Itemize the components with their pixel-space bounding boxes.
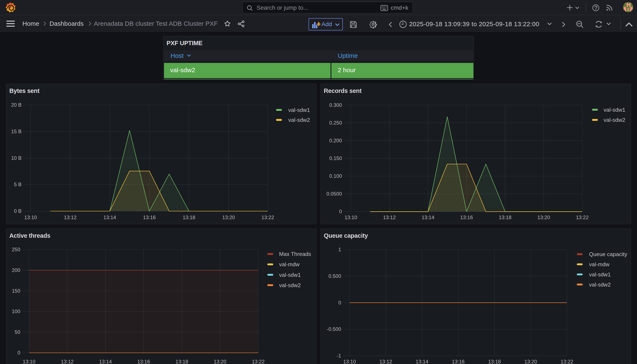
svg-text:13:16: 13:16 <box>460 214 473 220</box>
svg-text:13:14: 13:14 <box>99 358 112 364</box>
svg-text:0.300: 0.300 <box>329 102 342 108</box>
svg-text:13:12: 13:12 <box>383 214 395 220</box>
svg-text:13:22: 13:22 <box>252 358 264 364</box>
svg-text:1: 1 <box>338 246 341 252</box>
svg-text:250: 250 <box>12 246 20 252</box>
svg-text:0.0500: 0.0500 <box>326 191 342 196</box>
svg-text:100: 100 <box>12 308 20 314</box>
svg-text:val-sdw1: val-sdw1 <box>589 271 610 278</box>
svg-text:13:12: 13:12 <box>64 214 76 220</box>
svg-text:13:22: 13:22 <box>261 214 274 220</box>
svg-text:13:22: 13:22 <box>560 358 573 364</box>
svg-text:13:12: 13:12 <box>61 358 73 364</box>
svg-text:150: 150 <box>12 288 20 294</box>
svg-text:20 B: 20 B <box>11 102 21 108</box>
svg-text:0: 0 <box>338 300 341 305</box>
svg-text:200: 200 <box>12 267 20 273</box>
svg-text:0: 0 <box>339 208 342 214</box>
svg-text:val-sdw1: val-sdw1 <box>279 272 301 278</box>
svg-text:13:20: 13:20 <box>213 358 226 364</box>
svg-text:val-sdw2: val-sdw2 <box>589 281 610 288</box>
svg-text:13:20: 13:20 <box>222 214 235 220</box>
svg-text:13:10: 13:10 <box>343 358 356 364</box>
svg-text:val-sdw2: val-sdw2 <box>603 117 625 123</box>
svg-text:50: 50 <box>14 329 20 335</box>
svg-text:13:10: 13:10 <box>344 214 357 220</box>
svg-text:val-sdw2: val-sdw2 <box>279 282 301 288</box>
svg-text:-0.500: -0.500 <box>327 326 341 332</box>
svg-text:0: 0 <box>17 350 20 355</box>
svg-text:val-mdw: val-mdw <box>589 261 609 267</box>
svg-text:13:22: 13:22 <box>576 214 588 220</box>
svg-text:13:16: 13:16 <box>452 358 464 364</box>
svg-text:Max Threads: Max Threads <box>279 250 311 257</box>
svg-text:13:16: 13:16 <box>137 358 150 364</box>
svg-text:val-sdw2: val-sdw2 <box>288 117 310 123</box>
svg-text:0.100: 0.100 <box>329 173 342 179</box>
svg-text:0.250: 0.250 <box>329 120 342 126</box>
svg-text:val-sdw1: val-sdw1 <box>603 106 625 113</box>
svg-text:13:18: 13:18 <box>488 358 501 364</box>
svg-text:13:14: 13:14 <box>416 358 428 364</box>
svg-text:-1: -1 <box>337 352 341 358</box>
svg-text:13:14: 13:14 <box>103 214 116 220</box>
svg-text:13:18: 13:18 <box>499 214 511 220</box>
svg-text:val-mdw: val-mdw <box>279 261 299 267</box>
svg-text:13:14: 13:14 <box>421 214 434 220</box>
svg-text:13:18: 13:18 <box>182 214 195 220</box>
svg-text:13:16: 13:16 <box>143 214 156 220</box>
svg-text:0.200: 0.200 <box>329 138 342 143</box>
svg-text:13:20: 13:20 <box>537 214 550 220</box>
svg-text:Queue capacity: Queue capacity <box>589 251 627 257</box>
svg-text:13:18: 13:18 <box>175 358 188 364</box>
svg-text:10 B: 10 B <box>11 155 21 161</box>
svg-text:5 B: 5 B <box>14 182 21 187</box>
svg-text:13:10: 13:10 <box>23 358 35 364</box>
svg-text:13:12: 13:12 <box>379 358 392 364</box>
svg-text:15 B: 15 B <box>11 128 21 134</box>
svg-text:13:20: 13:20 <box>524 358 537 364</box>
svg-text:0.150: 0.150 <box>329 156 342 161</box>
svg-text:val-sdw1: val-sdw1 <box>288 107 310 113</box>
svg-text:0 B: 0 B <box>14 208 21 214</box>
svg-text:13:10: 13:10 <box>24 214 37 220</box>
svg-text:0.500: 0.500 <box>328 273 341 279</box>
